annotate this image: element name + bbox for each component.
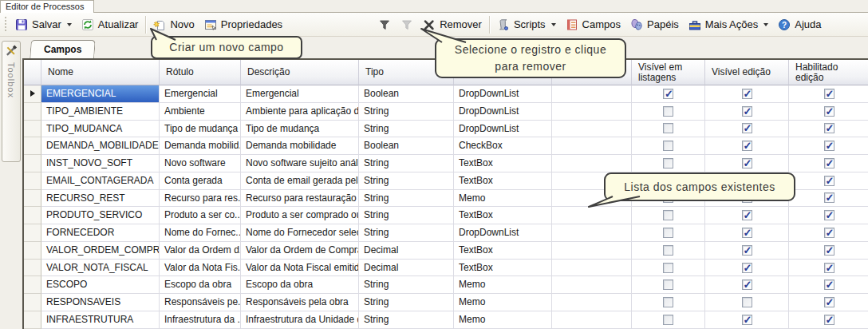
checkbox-visivel_listagens[interactable] — [663, 89, 673, 99]
checkbox-visivel_edicao[interactable] — [742, 123, 752, 133]
checkbox-habilitado_edicao[interactable] — [824, 210, 834, 220]
cell-extra[interactable] — [552, 311, 632, 329]
row-selector-cell[interactable] — [24, 172, 41, 190]
cell-rotulo[interactable]: Tipo de mudança — [160, 121, 241, 138]
row-selector-cell[interactable] — [24, 224, 41, 242]
cell-descricao[interactable]: Produto a ser comprado ou ... — [241, 207, 359, 224]
cell-controle[interactable]: CheckBox — [454, 137, 552, 155]
column-header[interactable] — [24, 60, 41, 85]
column-header[interactable]: Visível edição — [705, 60, 789, 85]
checkbox-habilitado_edicao[interactable] — [824, 176, 834, 186]
column-header[interactable]: Rótulo — [160, 60, 241, 85]
cell-extra[interactable] — [552, 121, 632, 138]
checkbox-visivel_edicao[interactable] — [742, 297, 752, 307]
table-row[interactable]: DEMANDA_MOBILIDADEDemanda mobilid...Dema… — [24, 137, 868, 155]
cell-nome[interactable]: EMAIL_CONTAGERADA — [41, 172, 160, 190]
tab-campos[interactable]: Campos — [30, 40, 96, 58]
cell-nome[interactable]: INFRAESTRUTURA — [41, 311, 160, 329]
cell-nome[interactable]: RECURSO_REST — [41, 190, 160, 208]
cell-descricao[interactable]: Conta de email gerada pela ... — [241, 172, 359, 190]
cell-descricao[interactable]: Novo software sujeito anális... — [241, 155, 359, 172]
row-selector-cell[interactable] — [24, 190, 41, 208]
chevron-down-icon[interactable] — [551, 23, 556, 26]
column-header[interactable]: Visível em listagens — [632, 60, 705, 85]
cell-rotulo[interactable]: Produto a ser co... — [160, 207, 241, 224]
row-selector-cell[interactable] — [24, 155, 41, 172]
cell-rotulo[interactable]: Nome do Fornec... — [160, 224, 241, 242]
cell-controle[interactable]: DropDownList — [454, 121, 552, 138]
cell-descricao[interactable]: Infraestrutura da Unidade d... — [241, 311, 359, 329]
table-row[interactable]: FORNECEDORNome do Fornec...Nome do Forne… — [24, 224, 868, 242]
filtro-button[interactable] — [373, 16, 396, 34]
cell-nome[interactable]: TIPO_MUDANCA — [41, 121, 160, 138]
tab-editor-de-processos[interactable]: Editor de Processos — [0, 0, 94, 13]
cell-tipo[interactable]: String — [359, 103, 454, 121]
cell-descricao[interactable]: Emergencial — [241, 85, 359, 103]
mais-acoes-button[interactable]: Mais Ações — [684, 16, 773, 34]
cell-nome[interactable]: RESPONSAVEIS — [41, 294, 160, 311]
checkbox-visivel_edicao[interactable] — [742, 263, 752, 273]
cell-tipo[interactable]: Decimal — [359, 242, 454, 260]
checkbox-habilitado_edicao[interactable] — [824, 263, 834, 273]
row-selector-cell[interactable] — [24, 207, 41, 224]
cell-controle[interactable]: TextBox — [454, 207, 552, 224]
cell-rotulo[interactable]: Valor da Ordem d... — [160, 242, 241, 260]
cell-descricao[interactable]: Escopo da obra — [241, 276, 359, 294]
cell-controle[interactable]: TextBox — [454, 242, 552, 260]
cell-extra[interactable] — [552, 242, 632, 260]
row-selector-cell[interactable] — [24, 85, 41, 103]
papeis-button[interactable]: Papéis — [625, 16, 684, 34]
table-row[interactable]: INFRAESTRUTURAInfraestrutura da ...Infra… — [24, 311, 868, 329]
table-row[interactable]: ESCOPOEscopo da obraEscopo da obraString… — [24, 276, 868, 294]
cell-rotulo[interactable]: Emergencial — [160, 85, 241, 103]
cell-controle[interactable]: TextBox — [454, 172, 552, 190]
table-row[interactable]: TIPO_MUDANCATipo de mudançaTipo de mudan… — [24, 121, 868, 138]
cell-nome[interactable]: VALOR_NOTA_FISCAL — [41, 260, 160, 277]
table-row[interactable]: TIPO_AMBIENTEAmbienteAmbiente para aplic… — [24, 103, 868, 121]
cell-rotulo[interactable]: Recurso para res... — [160, 190, 241, 208]
checkbox-visivel_edicao[interactable] — [742, 245, 752, 256]
salvar-button[interactable]: Salvar — [10, 16, 77, 34]
table-row[interactable]: EMERGENCIALEmergencialEmergencialBoolean… — [24, 85, 868, 103]
cell-tipo[interactable]: String — [359, 224, 454, 242]
cell-extra[interactable] — [552, 224, 632, 242]
checkbox-habilitado_edicao[interactable] — [824, 106, 834, 117]
checkbox-visivel_edicao[interactable] — [742, 106, 752, 117]
row-selector-cell[interactable] — [24, 103, 41, 121]
cell-extra[interactable] — [552, 137, 632, 155]
cell-controle[interactable]: TextBox — [454, 260, 552, 277]
cell-extra[interactable] — [552, 276, 632, 294]
checkbox-visivel_listagens[interactable] — [663, 297, 673, 307]
checkbox-visivel_edicao[interactable] — [742, 279, 752, 290]
cell-controle[interactable]: Memo — [454, 276, 552, 294]
checkbox-visivel_listagens[interactable] — [663, 158, 673, 168]
cell-rotulo[interactable]: Infraestrutura da ... — [160, 311, 241, 329]
cell-controle[interactable]: DropDownList — [454, 224, 552, 242]
checkbox-habilitado_edicao[interactable] — [824, 141, 834, 151]
row-selector-cell[interactable] — [24, 294, 41, 311]
checkbox-habilitado_edicao[interactable] — [824, 315, 834, 325]
cell-nome[interactable]: TIPO_AMBIENTE — [41, 103, 160, 121]
row-selector-cell[interactable] — [24, 311, 41, 329]
ajuda-button[interactable]: ? Ajuda — [773, 16, 826, 34]
column-header[interactable]: Habilitado edição — [789, 60, 868, 85]
row-selector-cell[interactable] — [24, 276, 41, 294]
cell-tipo[interactable]: String — [359, 121, 454, 138]
cell-rotulo[interactable]: Valor da Nota Fis... — [160, 260, 241, 277]
checkbox-visivel_listagens[interactable] — [663, 315, 673, 325]
cell-extra[interactable] — [552, 103, 632, 121]
cell-tipo[interactable]: String — [359, 276, 454, 294]
cell-tipo[interactable]: String — [359, 311, 454, 329]
cell-rotulo[interactable]: Responsáveis pe... — [160, 294, 241, 311]
cell-descricao[interactable]: Recurso para restauração — [241, 190, 359, 208]
cell-extra[interactable] — [552, 260, 632, 277]
cell-tipo[interactable]: String — [359, 294, 454, 311]
checkbox-visivel_listagens[interactable] — [663, 279, 673, 290]
checkbox-habilitado_edicao[interactable] — [824, 279, 834, 290]
cell-tipo[interactable]: String — [359, 172, 454, 190]
table-row[interactable]: VALOR_NOTA_FISCALValor da Nota Fis...Val… — [24, 260, 868, 277]
cell-controle[interactable]: Memo — [454, 190, 552, 208]
cell-descricao[interactable]: Nome do Fornecedor seleci... — [241, 224, 359, 242]
checkbox-visivel_listagens[interactable] — [663, 245, 673, 256]
cell-nome[interactable]: INST_NOVO_SOFT — [41, 155, 160, 172]
